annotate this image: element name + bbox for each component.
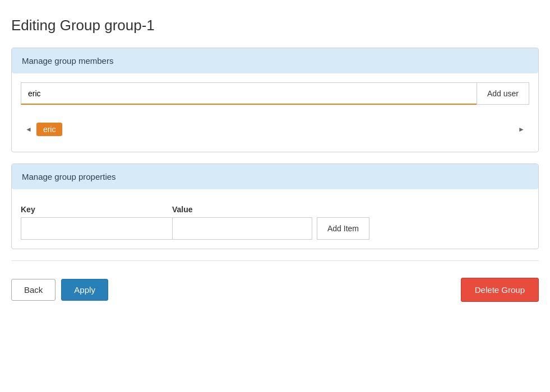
footer-divider [11,260,539,261]
key-column-header: Key [21,205,172,214]
value-column-header: Value [172,205,312,214]
page-title: Editing Group group-1 [11,17,539,34]
user-search-input[interactable] [21,82,477,105]
properties-header-row: Key Value [21,205,529,214]
add-item-button[interactable]: Add Item [317,217,369,240]
apply-button[interactable]: Apply [61,279,108,301]
footer-left-buttons: Back Apply [11,279,108,301]
properties-input-row: Add Item [21,217,529,240]
properties-section-header: Manage group properties [12,164,538,189]
tags-container: eric [36,120,514,138]
add-user-button[interactable]: Add user [477,82,529,105]
back-button[interactable]: Back [11,279,56,301]
delete-group-button[interactable]: Delete Group [461,278,539,302]
key-input[interactable] [21,217,172,240]
scroll-right-arrow[interactable]: ► [514,123,529,136]
members-section: Manage group members Add user ◄ eric ► [11,48,539,152]
properties-section: Manage group properties Key Value Add It… [11,164,539,249]
tags-row: ◄ eric ► [21,116,529,143]
members-section-header: Manage group members [12,48,538,73]
properties-table: Key Value Add Item [21,205,529,240]
value-input[interactable] [172,217,312,240]
user-tag[interactable]: eric [36,123,63,136]
footer-buttons: Back Apply Delete Group [11,272,539,307]
scroll-left-arrow[interactable]: ◄ [21,123,36,136]
add-user-row: Add user [21,82,529,105]
